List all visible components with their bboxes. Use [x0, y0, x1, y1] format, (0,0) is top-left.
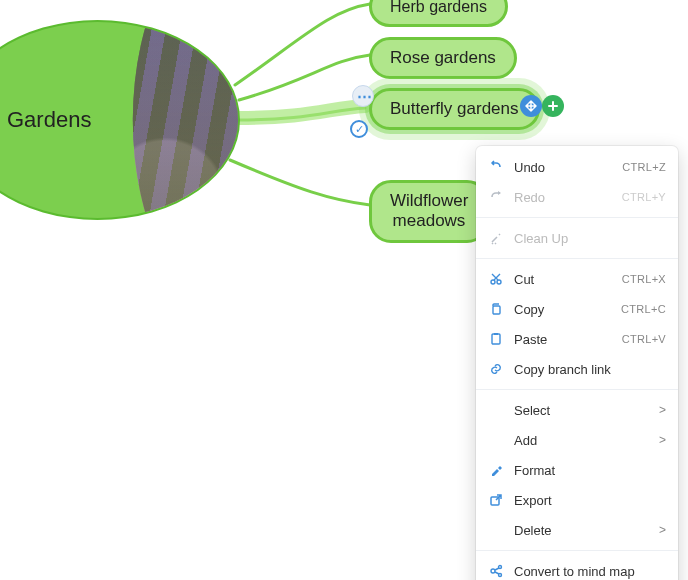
menu-label: Convert to mind map: [514, 564, 666, 579]
menu-export[interactable]: Export: [476, 485, 678, 515]
chevron-right-icon: >: [659, 403, 666, 417]
node-label: Herb gardens: [390, 0, 487, 15]
export-icon: [488, 492, 504, 508]
menu-label: Add: [514, 433, 649, 448]
svg-point-8: [491, 569, 495, 573]
blank-icon: [488, 432, 504, 448]
menu-delete[interactable]: Delete >: [476, 515, 678, 545]
svg-rect-5: [492, 334, 500, 344]
menu-label: Undo: [514, 160, 612, 175]
menu-shortcut: CTRL+V: [622, 333, 666, 345]
menu-label: Cut: [514, 272, 612, 287]
menu-copy[interactable]: Copy CTRL+C: [476, 294, 678, 324]
context-menu: Undo CTRL+Z Redo CTRL+Y Clean Up Cut CTR…: [476, 146, 678, 580]
node-move-icon[interactable]: [520, 95, 542, 117]
central-node-label: Gardens: [7, 107, 91, 133]
node-add-icon[interactable]: [542, 95, 564, 117]
node-butterfly-gardens[interactable]: Butterfly gardens: [369, 88, 540, 130]
copy-icon: [488, 301, 504, 317]
menu-label: Redo: [514, 190, 612, 205]
cut-icon: [488, 271, 504, 287]
node-herb-gardens[interactable]: Herb gardens: [369, 0, 508, 27]
node-rose-gardens[interactable]: Rose gardens: [369, 37, 517, 79]
paste-icon: [488, 331, 504, 347]
menu-shortcut: CTRL+X: [622, 273, 666, 285]
menu-label: Clean Up: [514, 231, 666, 246]
menu-separator: [476, 258, 678, 259]
menu-cut[interactable]: Cut CTRL+X: [476, 264, 678, 294]
node-wildflower-meadows[interactable]: Wildflower meadows: [369, 180, 489, 243]
menu-label: Select: [514, 403, 649, 418]
menu-shortcut: CTRL+C: [621, 303, 666, 315]
menu-format[interactable]: Format: [476, 455, 678, 485]
node-menu-icon[interactable]: ⋯: [352, 85, 374, 107]
menu-shortcut: CTRL+Z: [622, 161, 666, 173]
svg-point-3: [497, 280, 501, 284]
svg-point-2: [491, 280, 495, 284]
link-icon: [488, 361, 504, 377]
menu-label: Copy branch link: [514, 362, 666, 377]
menu-cleanup: Clean Up: [476, 223, 678, 253]
node-label: Butterfly gardens: [390, 99, 519, 118]
svg-rect-6: [494, 333, 498, 335]
blank-icon: [488, 402, 504, 418]
chevron-right-icon: >: [659, 433, 666, 447]
node-check-icon[interactable]: ✓: [350, 120, 368, 138]
redo-icon: [488, 189, 504, 205]
mindmap-icon: [488, 563, 504, 579]
node-label: Wildflower meadows: [390, 191, 468, 230]
cleanup-icon: [488, 230, 504, 246]
menu-label: Format: [514, 463, 666, 478]
format-icon: [488, 462, 504, 478]
menu-convert-to-mindmap[interactable]: Convert to mind map: [476, 556, 678, 580]
menu-add[interactable]: Add >: [476, 425, 678, 455]
menu-copy-branch-link[interactable]: Copy branch link: [476, 354, 678, 384]
menu-label: Export: [514, 493, 666, 508]
menu-undo[interactable]: Undo CTRL+Z: [476, 152, 678, 182]
menu-label: Copy: [514, 302, 611, 317]
menu-label: Delete: [514, 523, 649, 538]
menu-shortcut: CTRL+Y: [622, 191, 666, 203]
svg-rect-4: [493, 306, 500, 314]
menu-redo: Redo CTRL+Y: [476, 182, 678, 212]
menu-separator: [476, 389, 678, 390]
menu-select[interactable]: Select >: [476, 395, 678, 425]
undo-icon: [488, 159, 504, 175]
node-label: Rose gardens: [390, 48, 496, 67]
menu-label: Paste: [514, 332, 612, 347]
menu-separator: [476, 550, 678, 551]
blank-icon: [488, 522, 504, 538]
menu-separator: [476, 217, 678, 218]
menu-paste[interactable]: Paste CTRL+V: [476, 324, 678, 354]
svg-marker-1: [498, 191, 501, 195]
chevron-right-icon: >: [659, 523, 666, 537]
